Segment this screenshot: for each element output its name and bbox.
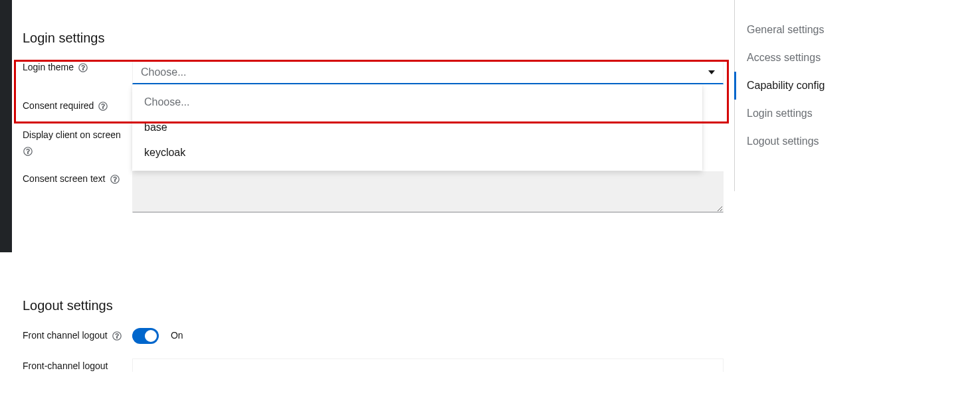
sidebar-item-access-settings[interactable]: Access settings — [734, 44, 980, 72]
front-channel-logout-label-wrap: Front channel logout — [23, 328, 132, 343]
login-theme-option-base[interactable]: base — [132, 115, 702, 140]
logout-settings-title: Logout settings — [23, 298, 724, 313]
sidebar-item-logout-settings[interactable]: Logout settings — [734, 127, 980, 155]
login-theme-option-keycloak[interactable]: keycloak — [132, 140, 702, 165]
login-theme-option-choose[interactable]: Choose... — [132, 90, 702, 115]
help-icon[interactable] — [98, 101, 108, 112]
login-theme-selected: Choose... — [141, 66, 186, 78]
front-channel-logout-value: On — [171, 330, 183, 341]
login-theme-label: Login theme — [23, 60, 74, 74]
left-gutter — [0, 0, 12, 252]
help-icon[interactable] — [78, 62, 88, 73]
front-channel-logout-url-input[interactable] — [132, 359, 724, 372]
front-channel-logout-url-control — [132, 359, 724, 372]
display-client-label: Display client on screen — [23, 127, 121, 142]
login-settings-title: Login settings — [23, 31, 724, 46]
consent-required-label: Consent required — [23, 99, 94, 113]
sidebar-item-capability-config[interactable]: Capability config — [734, 72, 980, 100]
consent-screen-text-row: Consent screen text — [23, 171, 724, 214]
consent-screen-text-label: Consent screen text — [23, 171, 106, 186]
caret-down-icon — [708, 70, 715, 74]
login-theme-control: Choose... Choose... base keycloak — [132, 60, 724, 84]
right-sidebar: General settings Access settings Capabil… — [734, 0, 980, 191]
consent-required-label-wrap: Consent required — [23, 99, 132, 113]
front-channel-logout-url-label-wrap: Front-channel logout — [23, 359, 132, 372]
front-channel-logout-url-row: Front-channel logout — [23, 359, 724, 372]
front-channel-logout-label: Front channel logout — [23, 328, 108, 343]
main-content: Login settings Login theme Choose... Cho… — [12, 0, 734, 401]
front-channel-logout-url-label: Front-channel logout — [23, 359, 108, 372]
login-theme-dropdown[interactable]: Choose... — [132, 60, 724, 84]
consent-screen-textarea[interactable] — [132, 171, 724, 212]
login-theme-row: Login theme Choose... Choose... base key… — [23, 60, 724, 84]
help-icon[interactable] — [110, 174, 120, 185]
login-theme-label-wrap: Login theme — [23, 60, 132, 74]
consent-screen-text-label-wrap: Consent screen text — [23, 171, 132, 186]
display-client-label-wrap: Display client on screen — [23, 127, 132, 157]
front-channel-logout-row: Front channel logout On — [23, 328, 724, 344]
front-channel-logout-switch[interactable] — [132, 328, 159, 344]
front-channel-logout-control: On — [132, 328, 724, 344]
login-theme-dropdown-menu: Choose... base keycloak — [132, 84, 702, 171]
help-icon[interactable] — [112, 331, 122, 341]
sidebar-item-general-settings[interactable]: General settings — [734, 16, 980, 44]
sidebar-item-login-settings[interactable]: Login settings — [734, 100, 980, 127]
help-icon[interactable] — [23, 146, 33, 157]
consent-screen-text-control — [132, 171, 724, 214]
